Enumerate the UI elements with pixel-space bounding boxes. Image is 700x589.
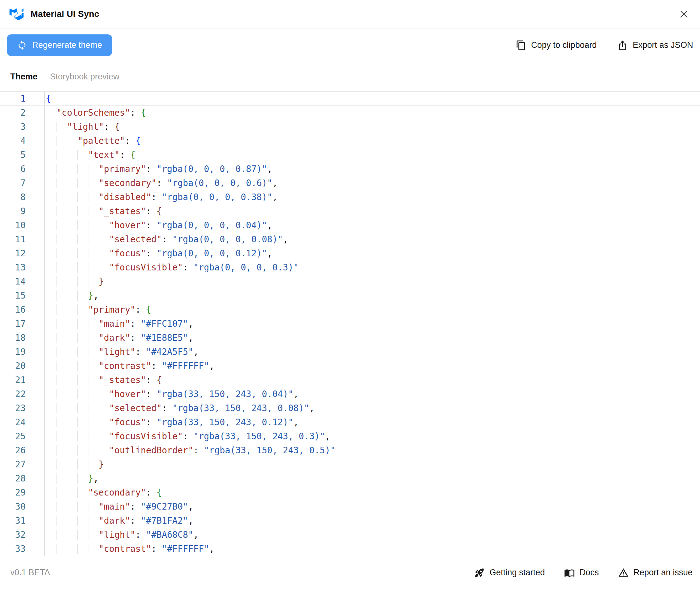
warning-icon xyxy=(618,567,629,578)
plugin-header: Material UI Sync xyxy=(0,0,700,28)
code-text: "_states": { xyxy=(45,204,162,218)
tab-theme[interactable]: Theme xyxy=(10,72,37,81)
code-line[interactable]: 13 "focusVisible": "rgba(0, 0, 0, 0.3)" xyxy=(0,260,700,274)
close-button[interactable] xyxy=(677,7,691,21)
line-number: 24 xyxy=(0,415,45,429)
rocket-icon xyxy=(474,567,485,578)
code-line[interactable]: 27 } xyxy=(0,457,700,471)
code-line[interactable]: 5 "text": { xyxy=(0,148,700,162)
export-as-json-label: Export as JSON xyxy=(633,40,693,50)
code-text: "contrast": "#FFFFFF", xyxy=(45,542,214,556)
code-text: "contrast": "#FFFFFF", xyxy=(45,359,214,373)
code-text: "primary": "rgba(0, 0, 0, 0.87)", xyxy=(45,162,272,176)
code-line[interactable]: 29 "secondary": { xyxy=(0,485,700,500)
code-text: "colorSchemes": { xyxy=(45,106,146,120)
report-an-issue-link[interactable]: Report an issue xyxy=(618,567,693,578)
code-line[interactable]: 14 } xyxy=(0,274,700,288)
code-text: }, xyxy=(45,288,99,303)
export-as-json-button[interactable]: Export as JSON xyxy=(617,40,693,51)
code-line[interactable]: 18 "dark": "#1E88E5", xyxy=(0,331,700,345)
line-number: 1 xyxy=(0,91,45,105)
code-line[interactable]: 22 "hover": "rgba(33, 150, 243, 0.04)", xyxy=(0,387,700,401)
code-text: "focusVisible": "rgba(0, 0, 0, 0.3)" xyxy=(45,260,299,274)
code-line[interactable]: 11 "selected": "rgba(0, 0, 0, 0.08)", xyxy=(0,232,700,246)
line-number: 17 xyxy=(0,317,45,331)
line-number: 30 xyxy=(0,500,45,514)
code-text: "focusVisible": "rgba(33, 150, 243, 0.3)… xyxy=(45,429,330,443)
line-number: 2 xyxy=(0,106,45,120)
line-number: 15 xyxy=(0,288,45,303)
code-text: }, xyxy=(45,471,99,485)
code-text: "outlinedBorder": "rgba(33, 150, 243, 0.… xyxy=(45,443,335,457)
code-line[interactable]: 26 "outlinedBorder": "rgba(33, 150, 243,… xyxy=(0,443,700,457)
code-text: "focus": "rgba(33, 150, 243, 0.12)", xyxy=(45,415,299,429)
line-number: 5 xyxy=(0,148,45,162)
code-line[interactable]: 31 "dark": "#7B1FA2", xyxy=(0,514,700,528)
code-line[interactable]: 28 }, xyxy=(0,471,700,485)
line-number: 18 xyxy=(0,331,45,345)
code-text: } xyxy=(45,457,104,471)
sync-icon xyxy=(17,40,27,50)
mui-logo-icon xyxy=(9,8,24,20)
code-line[interactable]: 2 "colorSchemes": { xyxy=(0,106,700,120)
line-number: 10 xyxy=(0,218,45,232)
line-number: 33 xyxy=(0,542,45,556)
code-line[interactable]: 30 "main": "#9C27B0", xyxy=(0,500,700,514)
code-line[interactable]: 8 "disabled": "rgba(0, 0, 0, 0.38)", xyxy=(0,190,700,204)
version-badge: v0.1 BETA xyxy=(10,568,50,577)
code-line[interactable]: 1{ xyxy=(0,91,700,106)
code-line[interactable]: 17 "main": "#FFC107", xyxy=(0,317,700,331)
line-number: 7 xyxy=(0,176,45,190)
code-line[interactable]: 20 "contrast": "#FFFFFF", xyxy=(0,359,700,373)
line-number: 22 xyxy=(0,387,45,401)
code-text: "selected": "rgba(33, 150, 243, 0.08)", xyxy=(45,401,315,415)
regenerate-theme-button[interactable]: Regenerate theme xyxy=(7,34,112,56)
code-text: "dark": "#1E88E5", xyxy=(45,331,194,345)
code-line[interactable]: 21 "_states": { xyxy=(0,373,700,387)
close-icon xyxy=(678,8,689,20)
code-line[interactable]: 24 "focus": "rgba(33, 150, 243, 0.12)", xyxy=(0,415,700,429)
code-text: { xyxy=(45,91,51,105)
code-line[interactable]: 4 "palette": { xyxy=(0,134,700,148)
getting-started-label: Getting started xyxy=(489,568,545,577)
line-number: 11 xyxy=(0,232,45,246)
code-line[interactable]: 33 "contrast": "#FFFFFF", xyxy=(0,542,700,556)
line-number: 6 xyxy=(0,162,45,176)
copy-to-clipboard-button[interactable]: Copy to clipboard xyxy=(516,40,597,51)
code-line[interactable]: 32 "light": "#BA68C8", xyxy=(0,528,700,542)
code-line[interactable]: 19 "light": "#42A5F5", xyxy=(0,345,700,359)
tab-storybook-preview[interactable]: Storybook preview xyxy=(50,72,119,81)
theme-code-editor[interactable]: 1{2 "colorSchemes": {3 "light": {4 "pale… xyxy=(0,91,700,556)
line-number: 4 xyxy=(0,134,45,148)
code-text: "secondary": "rgba(0, 0, 0, 0.6)", xyxy=(45,176,278,190)
code-line[interactable]: 10 "hover": "rgba(0, 0, 0, 0.04)", xyxy=(0,218,700,232)
line-number: 25 xyxy=(0,429,45,443)
code-line[interactable]: 16 "primary": { xyxy=(0,303,700,317)
code-line[interactable]: 6 "primary": "rgba(0, 0, 0, 0.87)", xyxy=(0,162,700,176)
code-line[interactable]: 12 "focus": "rgba(0, 0, 0, 0.12)", xyxy=(0,246,700,260)
code-text: "disabled": "rgba(0, 0, 0, 0.38)", xyxy=(45,190,278,204)
code-line[interactable]: 15 }, xyxy=(0,288,700,303)
report-an-issue-label: Report an issue xyxy=(634,568,693,577)
code-line[interactable]: 25 "focusVisible": "rgba(33, 150, 243, 0… xyxy=(0,429,700,443)
toolbar: Regenerate theme Copy to clipboard Expor… xyxy=(0,28,700,62)
code-line[interactable]: 23 "selected": "rgba(33, 150, 243, 0.08)… xyxy=(0,401,700,415)
line-number: 8 xyxy=(0,190,45,204)
code-text: "main": "#9C27B0", xyxy=(45,500,194,514)
regenerate-theme-label: Regenerate theme xyxy=(32,40,102,50)
line-number: 32 xyxy=(0,528,45,542)
line-number: 13 xyxy=(0,260,45,274)
code-text: "focus": "rgba(0, 0, 0, 0.12)", xyxy=(45,246,272,260)
code-line[interactable]: 3 "light": { xyxy=(0,120,700,134)
code-text: "primary": { xyxy=(45,303,151,317)
docs-link[interactable]: Docs xyxy=(564,567,599,578)
tab-bar: Theme Storybook preview xyxy=(0,62,700,91)
code-line[interactable]: 9 "_states": { xyxy=(0,204,700,218)
getting-started-link[interactable]: Getting started xyxy=(474,567,545,578)
code-line[interactable]: 7 "secondary": "rgba(0, 0, 0, 0.6)", xyxy=(0,176,700,190)
copy-icon xyxy=(516,40,526,51)
code-text: "text": { xyxy=(45,148,135,162)
code-editor-lines: 1{2 "colorSchemes": {3 "light": {4 "pale… xyxy=(0,91,700,556)
export-icon xyxy=(617,40,628,51)
line-number: 16 xyxy=(0,303,45,317)
